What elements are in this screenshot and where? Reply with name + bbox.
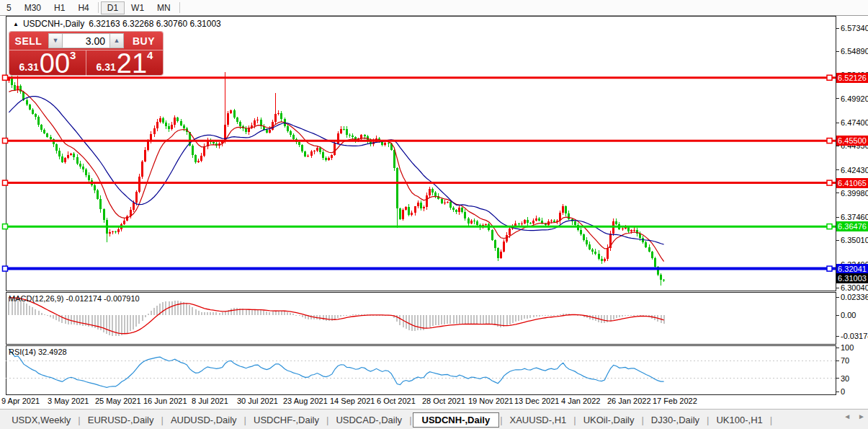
date-axis-label: 6 Oct 2021 (377, 397, 416, 405)
timeframe-button-m30[interactable]: M30 (18, 1, 48, 14)
timeframe-button-mn[interactable]: MN (151, 1, 177, 14)
level-price-tag: 6.45500 (836, 136, 868, 146)
quote-header: ▲ USDCNH-,Daily 6.32163 6.32268 6.30760 … (13, 19, 221, 29)
rsi-axis-tick: 70 (841, 356, 868, 365)
level-price-tag: 6.41065 (836, 178, 868, 188)
tab-separator: | (707, 415, 709, 425)
level-price-tag: 6.52126 (836, 73, 868, 83)
toolbar-separator (179, 2, 180, 13)
rsi-axis-tick: 100 (841, 343, 868, 352)
line-anchor[interactable] (3, 180, 8, 185)
tab-separator: | (326, 415, 328, 425)
chart-tab-uk100-h1[interactable]: UK100-,H1 (710, 413, 769, 427)
date-axis-label: 3 May 2021 (48, 397, 89, 405)
price-axis-tick: 6.49920 (841, 94, 868, 103)
tab-separator: | (500, 415, 502, 425)
date-axis-label: 25 May 2021 (95, 397, 141, 405)
date-axis-label: 26 Jan 2022 (607, 397, 651, 405)
tab-separator: | (244, 415, 246, 425)
macd-axis-tick: 0.00 (841, 311, 868, 319)
tab-separator: | (78, 415, 80, 425)
date-axis-label: 16 Jun 2021 (143, 397, 187, 405)
line-anchor[interactable] (3, 138, 8, 143)
line-anchor[interactable] (827, 266, 832, 271)
chart-tab-bar: USDX,Weekly|EURUSD-,Daily|AUDUSD-,Daily|… (0, 409, 868, 429)
date-axis-label: 17 Feb 2022 (653, 397, 697, 405)
line-anchor[interactable] (3, 266, 8, 271)
date-axis-label: 4 Jan 2022 (561, 397, 600, 405)
tab-separator: | (409, 415, 411, 425)
rsi-label: RSI(14) 32.4928 (9, 348, 67, 356)
one-click-trade-panel: SELL ▼ ▲ BUY 6.31003 6.31214 (9, 32, 163, 75)
volume-increase-button[interactable]: ▲ (109, 33, 124, 48)
volume-decrease-button[interactable]: ▼ (48, 33, 63, 48)
date-axis-label: 8 Jul 2021 (192, 397, 228, 405)
price-axis-tick: 6.30040 (841, 283, 868, 292)
ohlc-values: 6.32163 6.32268 6.30760 6.31003 (89, 19, 221, 29)
chart-tab-eurusd-daily[interactable]: EURUSD-,Daily (81, 413, 161, 427)
volume-stepper: ▼ ▲ (48, 33, 124, 48)
price-axis-tick: 6.54890 (841, 47, 868, 56)
chart-tab-usdx-weekly[interactable]: USDX,Weekly (5, 413, 77, 427)
tab-separator: | (161, 415, 163, 425)
chart-tab-audusd-daily[interactable]: AUDUSD-,Daily (164, 413, 243, 427)
chart-tab-usdcnh-daily[interactable]: USDCNH-,Daily (413, 412, 500, 428)
ask-sup-digit: 4 (147, 51, 153, 60)
macd-axis-tick: 0.023365 (841, 293, 868, 301)
timeframe-button-h4[interactable]: H4 (71, 1, 95, 14)
chart-tab-xauusd-h1[interactable]: XAUUSD-,H1 (504, 413, 573, 427)
line-anchor[interactable] (3, 224, 8, 229)
level-lines (3, 75, 836, 271)
volume-input[interactable] (63, 33, 109, 48)
timeframe-button-5[interactable]: 5 (0, 1, 18, 14)
toolbar-separator (98, 2, 99, 13)
rsi-axis-tick: 0 (841, 387, 868, 396)
date-axis-label: 9 Apr 2021 (1, 397, 40, 405)
bid-price-button[interactable]: 6.31003 (9, 50, 86, 76)
rsi-axis-tick: 30 (841, 374, 868, 383)
symbol-title: USDCNH-,Daily (23, 19, 84, 29)
chart-tab-usdcad-daily[interactable]: USDCAD-,Daily (329, 413, 408, 427)
price-axis-tick: 6.37460 (841, 213, 868, 221)
macd-label: MACD(12,26,9) -0.012174 -0.007910 (9, 294, 140, 303)
date-axis-label: 28 Oct 2021 (422, 397, 465, 405)
timeframe-button-w1[interactable]: W1 (125, 1, 151, 14)
bid-sup-digit: 3 (70, 51, 76, 60)
tab-scroll-left-icon[interactable]: ◄ (844, 412, 851, 420)
price-axis-tick: 6.39980 (841, 189, 868, 198)
chart-tab-ukoil-daily[interactable]: UKOil-,Daily (577, 413, 641, 427)
tab-scroll-right-icon[interactable]: ► (858, 412, 865, 420)
chart-tab-dj30-daily[interactable]: DJ30-,Daily (645, 413, 706, 427)
date-axis-label: 13 Dec 2021 (514, 397, 559, 405)
price-axis-tick: 6.47400 (841, 118, 868, 127)
bid-big-digits: 00 (40, 53, 70, 74)
line-anchor[interactable] (827, 224, 832, 229)
ask-price-button[interactable]: 6.31214 (86, 50, 163, 76)
price-axis-tick: 6.57340 (841, 24, 868, 32)
candlestick-series (8, 72, 665, 286)
level-price-tag: 6.32041 (836, 264, 868, 274)
collapse-triangle-icon[interactable]: ▲ (13, 21, 19, 27)
sell-button[interactable]: SELL (9, 35, 48, 47)
current-price-tag: 6.31003 (836, 273, 868, 283)
line-anchor[interactable] (3, 75, 8, 80)
timeframe-button-d1[interactable]: D1 (101, 1, 125, 14)
date-axis-label: 14 Sep 2021 (330, 397, 375, 405)
ask-prefix: 6.31 (97, 60, 116, 74)
date-axis-label: 23 Aug 2021 (283, 397, 328, 405)
chart-tab-usdchf-daily[interactable]: USDCHF-,Daily (247, 413, 326, 427)
price-axis-tick: 6.42430 (841, 166, 868, 174)
buy-button[interactable]: BUY (125, 35, 163, 47)
moving-averages (9, 89, 663, 261)
line-anchor[interactable] (827, 180, 832, 185)
line-anchor[interactable] (827, 138, 832, 143)
line-anchor[interactable] (827, 75, 832, 80)
mt4-window: 5M30H1H4D1W1MN ▲ USDCNH-,Daily 6.32163 6… (0, 0, 868, 429)
rsi-indicator (6, 349, 836, 388)
tab-scroll-buttons: ◄ ► (844, 412, 865, 420)
tab-separator: | (770, 415, 772, 425)
tab-separator: | (573, 415, 576, 425)
tab-separator: | (641, 415, 643, 425)
timeframe-toolbar: 5M30H1H4D1W1MN (0, 0, 868, 16)
timeframe-button-h1[interactable]: H1 (48, 1, 71, 14)
